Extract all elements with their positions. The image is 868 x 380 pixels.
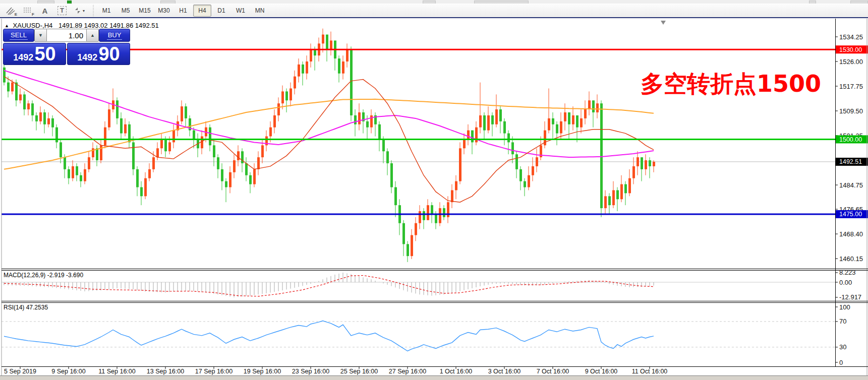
time-axis-label: 25 Sep 16:00 (340, 368, 378, 375)
price-axis-label: 30 (839, 343, 846, 351)
bid-price-major: 1492 (13, 53, 33, 64)
bid-price-minor: 50 (34, 44, 55, 64)
price-axis-label: 100 (839, 303, 850, 311)
price-axis-label: 1484.75 (839, 181, 863, 189)
sell-button[interactable]: SELL (3, 29, 34, 42)
window-bottom-strip (0, 376, 868, 380)
price-badge-1530.00: 1530.00 (836, 45, 868, 53)
spin-down-icon: ▼ (38, 33, 43, 38)
symbol-ohlc-header: ▲ XAUUSD-,H4 1491.89 1493.02 1491.86 149… (5, 22, 159, 29)
macd-indicator-label: MACD(12,26,9) -2.919 -3.690 (4, 272, 83, 279)
svg-text:1492.51: 1492.51 (839, 158, 862, 165)
price-badge-1500.00: 1500.00 (836, 135, 868, 143)
price-axis-label: 70 (839, 318, 846, 325)
price-axis-label: 1526.00 (839, 58, 863, 66)
spin-up-icon: ▲ (90, 33, 95, 38)
buy-button[interactable]: BUY (99, 29, 130, 42)
time-axis-label: 1 Oct 16:00 (440, 368, 473, 375)
rsi-indicator-label: RSI(14) 47.2535 (4, 304, 48, 311)
ohlc-values: 1491.89 1493.02 1491.86 1492.51 (59, 22, 159, 29)
macd-signal-line (4, 276, 654, 296)
price-axis-label: 1517.75 (839, 83, 863, 90)
chart-window: 1534.251526.001517.751509.501501.251484.… (0, 18, 868, 380)
ma-medium-line (4, 71, 654, 157)
one-click-trading-panel: SELL ▼ ▲ BUY 1492 50 1492 90 (3, 29, 132, 65)
time-axis-label: 9 Sep 16:00 (51, 368, 85, 375)
time-axis[interactable]: 5 Sep 20199 Sep 16:0011 Sep 16:0013 Sep … (4, 366, 667, 375)
price-axis-label: 0.00 (839, 279, 852, 286)
price-axis-label: 8.223 (839, 269, 856, 276)
symbol-period-label: XAUUSD-,H4 (13, 22, 53, 29)
time-axis-label: 19 Sep 16:00 (244, 368, 281, 375)
price-axis-label: -12.917 (839, 293, 861, 301)
time-axis-label: 9 Oct 16:00 (585, 368, 618, 375)
price-axis-label: 1509.50 (839, 107, 863, 115)
price-axis-label: 1534.25 (839, 33, 863, 41)
price-badge-1492.51: 1492.51 (836, 158, 868, 166)
time-axis-label: 5 Sep 2019 (4, 368, 36, 375)
price-badge-1475.00: 1475.00 (836, 210, 868, 218)
lot-size-input[interactable] (47, 29, 86, 42)
chart-shift-marker[interactable] (661, 21, 666, 25)
price-axis[interactable]: 1534.251526.001517.751509.501501.251484.… (835, 33, 868, 366)
time-axis-label: 13 Sep 16:00 (147, 368, 184, 375)
sell-price-button[interactable]: 1492 50 (3, 43, 66, 65)
collapse-arrow-icon: ▲ (5, 23, 9, 28)
time-axis-label: 11 Sep 16:00 (98, 368, 135, 375)
time-axis-label: 3 Oct 16:00 (488, 368, 521, 375)
time-axis-label: 17 Sep 16:00 (195, 368, 233, 375)
svg-text:1530.00: 1530.00 (839, 46, 862, 53)
ask-price-major: 1492 (77, 53, 97, 64)
macd-histogram (4, 273, 654, 297)
rsi-line (4, 321, 654, 351)
price-axis-label: 1468.40 (839, 230, 863, 238)
buy-price-button[interactable]: 1492 90 (67, 43, 130, 65)
svg-text:1475.00: 1475.00 (839, 211, 862, 218)
chart-annotation-text: 多空转折点1500 (641, 69, 821, 100)
price-axis-label: 1460.15 (839, 255, 863, 263)
time-axis-label: 7 Oct 16:00 (537, 368, 569, 375)
time-axis-label: 23 Sep 16:00 (292, 368, 329, 375)
price-axis-label: 0 (839, 359, 843, 366)
svg-text:1500.00: 1500.00 (839, 136, 862, 143)
time-axis-label: 11 Oct 16:00 (632, 368, 668, 375)
time-axis-label: 27 Sep 16:00 (389, 368, 426, 375)
lot-increase-button[interactable]: ▲ (86, 29, 99, 42)
lot-decrease-button[interactable]: ▼ (34, 29, 47, 42)
ask-price-minor: 90 (98, 44, 120, 64)
